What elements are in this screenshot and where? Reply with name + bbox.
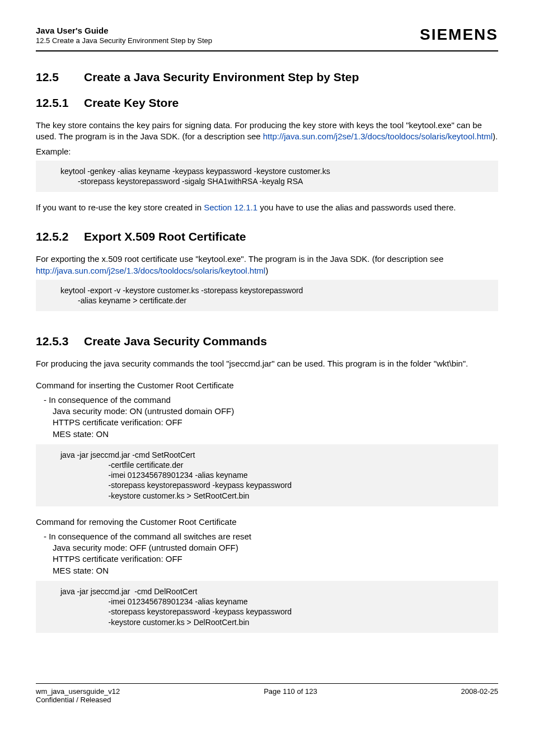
- list-remove-cert: In consequence of the command all switch…: [36, 531, 498, 576]
- heading-text: Export X.509 Root Certificate: [84, 230, 246, 243]
- heading-text: Create a Java Security Environment Step …: [84, 71, 359, 84]
- doc-title: Java User's Guide: [36, 26, 212, 35]
- heading-num: 12.5.1: [36, 96, 84, 110]
- paragraph-cmd-insert: Command for inserting the Customer Root …: [36, 380, 498, 391]
- heading-12-5-1: 12.5.1 Create Key Store: [36, 96, 498, 110]
- paragraph-example: Example:: [36, 146, 498, 157]
- footer-rule: [36, 683, 498, 684]
- text: HTTPS certificate verification: OFF: [53, 417, 498, 428]
- text: For exporting the x.509 root certificate…: [36, 254, 443, 264]
- paragraph: The key store contains the key pairs for…: [36, 120, 498, 143]
- text: you have to use the alias and passwords …: [257, 203, 456, 212]
- heading-text: Create Java Security Commands: [84, 335, 267, 348]
- header-left: Java User's Guide 12.5 Create a Java Sec…: [36, 26, 212, 45]
- code-keytool-genkey: keytool -genkey -alias keyname -keypass …: [36, 161, 498, 192]
- heading-num: 12.5.2: [36, 230, 84, 243]
- paragraph: If you want to re-use the key store crea…: [36, 202, 498, 213]
- footer-page: Page 110 of 123: [264, 687, 317, 704]
- heading-num: 12.5.3: [36, 335, 84, 348]
- section-12-1-1-link[interactable]: Section 12.1.1: [204, 203, 257, 212]
- code-delrootcert: java -jar jseccmd.jar -cmd DelRootCert -…: [36, 581, 498, 633]
- text: If you want to re-use the key store crea…: [36, 203, 204, 212]
- text: MES state: ON: [53, 565, 498, 576]
- list-item: In consequence of the command Java secur…: [53, 395, 498, 440]
- paragraph: For producing the java security commands…: [36, 358, 498, 369]
- footer-filename: wm_java_usersguide_v12: [36, 687, 120, 696]
- footer-confidential: Confidential / Released: [36, 696, 120, 704]
- heading-12-5-2: 12.5.2 Export X.509 Root Certificate: [36, 230, 498, 243]
- brand-logo: SIEMENS: [420, 26, 498, 44]
- heading-12-5-3: 12.5.3 Create Java Security Commands: [36, 335, 498, 348]
- heading-12-5: 12.5 Create a Java Security Environment …: [36, 71, 498, 84]
- text: HTTPS certificate verification: OFF: [53, 553, 498, 565]
- code-keytool-export: keytool -export -v -keystore customer.ks…: [36, 280, 498, 311]
- text: Java security mode: OFF (untrusted domai…: [53, 542, 498, 553]
- code-setrootcert: java -jar jseccmd.jar -cmd SetRootCert -…: [36, 444, 498, 506]
- paragraph-cmd-remove: Command for removing the Customer Root C…: [36, 516, 498, 528]
- text: ): [265, 266, 268, 275]
- header: Java User's Guide 12.5 Create a Java Sec…: [36, 26, 498, 45]
- header-rule: [36, 50, 498, 51]
- heading-num: 12.5: [36, 71, 84, 84]
- footer-left: wm_java_usersguide_v12 Confidential / Re…: [36, 687, 120, 704]
- list-insert-cert: In consequence of the command Java secur…: [36, 395, 498, 440]
- list-item: In consequence of the command all switch…: [53, 531, 498, 576]
- keytool-doc-link-2[interactable]: http://java.sun.com/j2se/1.3/docs/tooldo…: [36, 266, 265, 275]
- keytool-doc-link[interactable]: http://java.sun.com/j2se/1.3/docs/tooldo…: [263, 132, 493, 141]
- text: In consequence of the command: [49, 395, 171, 405]
- text: Java security mode: ON (untrusted domain…: [53, 406, 498, 417]
- text: ).: [493, 132, 498, 141]
- doc-subtitle: 12.5 Create a Java Security Environment …: [36, 36, 212, 45]
- heading-text: Create Key Store: [84, 96, 179, 110]
- text: MES state: ON: [53, 429, 498, 440]
- footer-date: 2008-02-25: [461, 687, 498, 704]
- paragraph: For exporting the x.509 root certificate…: [36, 253, 498, 276]
- text: In consequence of the command all switch…: [49, 532, 251, 541]
- footer: wm_java_usersguide_v12 Confidential / Re…: [36, 683, 498, 704]
